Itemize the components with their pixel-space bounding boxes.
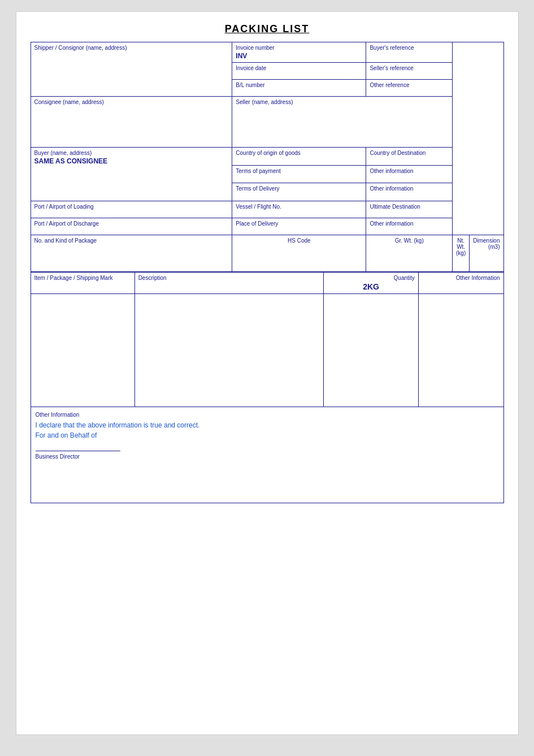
hs-code-col-label: HS Code xyxy=(236,237,362,244)
vessel-flight-label: Vessel / Flight No. xyxy=(236,204,362,210)
shipper-label: Shipper / Consignor (name, address) xyxy=(34,45,229,51)
invoice-date-cell: Invoice date xyxy=(232,63,366,80)
other-information-3-label: Other information xyxy=(370,221,449,227)
signature-line xyxy=(36,451,120,451)
other-info-col-cell: Other Information xyxy=(418,273,503,294)
invoice-number-label: Invoice number xyxy=(236,45,362,51)
terms-delivery-cell: Terms of Delivery xyxy=(232,183,366,201)
consignee-label: Consignee (name, address) xyxy=(34,99,229,105)
other-information-1-label: Other information xyxy=(370,168,449,174)
seller-label: Seller (name, address) xyxy=(236,99,449,105)
buyer-value: SAME AS CONSIGNEE xyxy=(34,157,108,165)
row-shipper: Shipper / Consignor (name, address) Invo… xyxy=(31,42,503,63)
port-discharge-label: Port / Airport of Discharge xyxy=(34,221,229,227)
country-origin-cell: Country of origin of goods xyxy=(232,148,366,166)
bl-number-cell: B/L number xyxy=(232,80,366,97)
row-consignee: Consignee (name, address) Seller (name, … xyxy=(31,97,503,148)
hs-code-col-cell: HS Code xyxy=(232,235,366,272)
invoice-number-cell: Invoice number INV xyxy=(232,42,366,63)
buyers-reference-cell: Buyer's reference xyxy=(366,42,453,63)
declaration-text: I declare that the above information is … xyxy=(36,421,499,429)
quantity-col-cell: Quantity 2KG xyxy=(324,273,418,294)
vessel-flight-cell: Vessel / Flight No. xyxy=(232,201,366,218)
sellers-reference-cell: Seller's reference xyxy=(366,63,453,80)
nt-wt-col-label: Nt. Wt. (kg) xyxy=(456,237,466,256)
item-col-cell: Item / Package / Shipping Mark xyxy=(31,273,134,294)
item-data-cell xyxy=(31,294,134,407)
other-information-2-label: Other information xyxy=(370,185,449,192)
terms-delivery-label: Terms of Delivery xyxy=(236,185,362,192)
other-info-data-cell xyxy=(418,294,503,407)
package-col-cell: No. and Kind of Package xyxy=(31,235,232,272)
description-data-cell xyxy=(134,294,324,407)
page-title: PACKING LIST xyxy=(31,23,504,35)
other-reference-cell: Other reference xyxy=(366,80,453,97)
description-col-label: Description xyxy=(138,275,320,281)
items-header-row: Item / Package / Shipping Mark Descripti… xyxy=(31,273,503,294)
terms-payment-cell: Terms of payment xyxy=(232,165,366,183)
bl-number-label: B/L number xyxy=(236,82,362,88)
buyers-reference-label: Buyer's reference xyxy=(370,45,449,51)
packing-list-page: PACKING LIST Shipper / Consignor (name, … xyxy=(16,11,519,735)
business-director-label: Business Director xyxy=(36,453,499,460)
other-information-3-cell: Other information xyxy=(366,218,453,235)
items-data-row xyxy=(31,294,503,407)
item-col-label: Item / Package / Shipping Mark xyxy=(34,275,131,281)
place-delivery-cell: Place of Delivery xyxy=(232,218,366,235)
port-loading-cell: Port / Airport of Loading xyxy=(31,201,232,218)
gr-wt-col-label: Gr. Wt. (kg) xyxy=(370,237,449,244)
port-discharge-cell: Port / Airport of Discharge xyxy=(31,218,232,235)
quantity-col-label: Quantity xyxy=(327,275,414,281)
other-information-1-cell: Other information xyxy=(366,165,453,183)
country-origin-label: Country of origin of goods xyxy=(236,150,362,156)
dimension-col-cell: Dimension (m3) xyxy=(470,235,503,272)
invoice-number-value: INV xyxy=(236,52,247,60)
country-destination-cell: Country of Destination xyxy=(366,148,453,166)
row-package-headers: No. and Kind of Package HS Code Gr. Wt. … xyxy=(31,235,503,272)
seller-cell: Seller (name, address) xyxy=(232,97,453,148)
buyer-cell: Buyer (name, address) SAME AS CONSIGNEE xyxy=(31,148,232,201)
place-delivery-label: Place of Delivery xyxy=(236,221,362,227)
other-reference-label: Other reference xyxy=(370,82,449,88)
shipper-cell: Shipper / Consignor (name, address) xyxy=(31,42,232,97)
for-behalf-text: For and on Behalf of xyxy=(36,431,499,439)
country-destination-label: Country of Destination xyxy=(370,150,449,156)
dimension-col-label: Dimension (m3) xyxy=(473,237,500,250)
other-info-section: Other Information I declare that the abo… xyxy=(31,407,504,503)
other-info-col-label: Other Information xyxy=(422,275,500,281)
consignee-cell: Consignee (name, address) xyxy=(31,97,232,148)
row-port-discharge: Port / Airport of Discharge Place of Del… xyxy=(31,218,503,235)
invoice-date-label: Invoice date xyxy=(236,65,362,71)
package-col-label: No. and Kind of Package xyxy=(34,237,229,244)
ultimate-destination-cell: Ultimate Destination xyxy=(366,201,453,218)
buyer-label: Buyer (name, address) xyxy=(34,150,229,156)
sellers-reference-label: Seller's reference xyxy=(370,65,449,71)
nt-wt-col-cell: Nt. Wt. (kg) xyxy=(453,235,470,272)
other-info-section-label: Other Information xyxy=(36,412,499,418)
port-loading-label: Port / Airport of Loading xyxy=(34,204,229,210)
items-table: Item / Package / Shipping Mark Descripti… xyxy=(31,272,504,407)
description-col-cell: Description xyxy=(134,273,324,294)
ultimate-destination-label: Ultimate Destination xyxy=(370,204,449,210)
row-buyer: Buyer (name, address) SAME AS CONSIGNEE … xyxy=(31,148,503,166)
row-port-loading: Port / Airport of Loading Vessel / Fligh… xyxy=(31,201,503,218)
terms-payment-label: Terms of payment xyxy=(236,168,362,174)
gr-wt-col-cell: Gr. Wt. (kg) xyxy=(366,235,453,272)
other-information-2-cell: Other information xyxy=(366,183,453,201)
main-form-table: Shipper / Consignor (name, address) Invo… xyxy=(31,42,504,272)
quantity-data-cell xyxy=(324,294,418,407)
quantity-col-value: 2KG xyxy=(327,282,414,291)
